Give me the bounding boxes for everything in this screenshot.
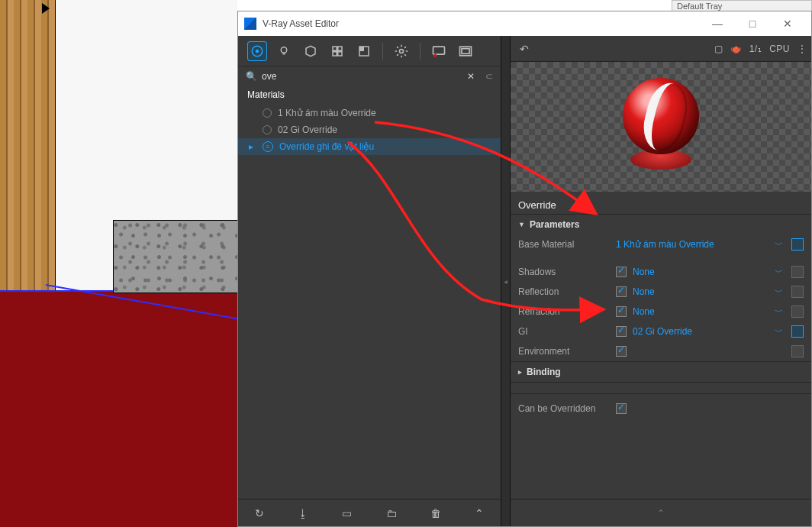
chevron-right-icon: ▸: [518, 368, 522, 376]
right-panel-title: Override: [511, 192, 811, 215]
param-label: GI: [518, 326, 610, 337]
window-close-button[interactable]: ✕: [770, 12, 805, 35]
import-icon[interactable]: ⭳: [298, 507, 308, 519]
preview-toggle-icon[interactable]: ↶: [520, 43, 529, 55]
param-gi: GI 02 Gi Override ﹀: [511, 322, 811, 341]
checkbox[interactable]: [616, 346, 627, 357]
svg-rect-5: [333, 51, 337, 55]
filter-toggle-icon[interactable]: ⊂: [485, 71, 493, 82]
override-material-icon: [263, 141, 273, 152]
checkbox[interactable]: [616, 403, 627, 414]
texture-slot-icon[interactable]: [791, 266, 804, 278]
collapse-icon[interactable]: ⌃: [475, 507, 484, 519]
material-label: 02 Gi Override: [278, 124, 337, 135]
render-device-label[interactable]: CPU: [769, 44, 790, 54]
texture-slot-icon[interactable]: [791, 345, 804, 357]
chevron-down-icon[interactable]: ﹀: [775, 239, 783, 251]
teapot-icon[interactable]: 🫖: [730, 44, 742, 54]
scene-floor: [0, 290, 237, 527]
material-preview[interactable]: [511, 62, 811, 192]
toolbar-separator: [420, 43, 420, 60]
parameters-header[interactable]: ▼ Parameters: [511, 215, 811, 234]
param-label: Reflection: [518, 286, 610, 297]
param-label: Shadows: [518, 267, 610, 277]
param-value[interactable]: None: [633, 267, 768, 277]
svg-rect-10: [433, 47, 445, 54]
more-icon[interactable]: ⋮: [798, 44, 807, 54]
material-item-selected[interactable]: ▸ Override ghi đè vật liệu: [238, 138, 501, 155]
render-ratio[interactable]: 1/₁: [749, 44, 762, 54]
svg-rect-3: [333, 47, 337, 50]
param-label: Environment: [518, 346, 610, 357]
param-can-be-overridden: Can be Overridden: [511, 393, 811, 418]
material-swatch-icon: [263, 108, 272, 118]
chevron-down-icon[interactable]: ﹀: [775, 326, 783, 338]
geometries-icon[interactable]: [301, 41, 321, 61]
texture-slot-icon[interactable]: [791, 286, 804, 298]
window-minimize-button[interactable]: —: [700, 12, 735, 35]
panel-title: Parameters: [530, 219, 579, 230]
right-panel-footer: ⌃: [511, 499, 811, 526]
chevron-down-icon[interactable]: ﹀: [775, 286, 783, 298]
param-base-material: Base Material 1 Khử ám màu Override ﹀: [511, 234, 811, 254]
parameters-panel: ▼ Parameters Base Material 1 Khử ám màu …: [511, 215, 811, 362]
materials-icon[interactable]: [247, 41, 267, 61]
chevron-down-icon[interactable]: ﹀: [775, 267, 783, 278]
chevron-down-icon[interactable]: ﹀: [775, 306, 783, 318]
texture-slot-icon[interactable]: [791, 306, 804, 318]
category-toolbar: [238, 36, 501, 66]
texture-slot-icon[interactable]: [791, 238, 804, 251]
toolbar-separator: [382, 43, 383, 60]
folder-icon[interactable]: 🗀: [386, 507, 397, 519]
param-value[interactable]: 02 Gi Override: [633, 326, 768, 337]
param-value[interactable]: None: [633, 306, 768, 317]
delete-icon[interactable]: 🗑: [430, 507, 441, 519]
search-bar: 🔍 ✕ ⊂: [238, 66, 501, 86]
sketchup-viewport[interactable]: [0, 0, 237, 527]
materials-section-header: Materials: [238, 86, 501, 105]
material-item[interactable]: 02 Gi Override: [238, 121, 501, 138]
preview-sphere: [609, 75, 713, 179]
create-icon[interactable]: ▭: [342, 507, 352, 519]
binding-header[interactable]: ▸ Binding: [511, 362, 811, 382]
textures-icon[interactable]: [354, 41, 374, 61]
lights-icon[interactable]: [274, 41, 294, 61]
param-reflection: Reflection None ﹀: [511, 282, 811, 302]
settings-icon[interactable]: [392, 41, 411, 61]
window-title: V-Ray Asset Editor: [263, 18, 339, 29]
left-panel-footer: ↻ ⭳ ▭ 🗀 🗑 ⌃: [238, 499, 501, 526]
checkbox[interactable]: [616, 306, 627, 317]
sphere-icon: [623, 78, 699, 154]
collapse-icon[interactable]: ⌃: [657, 508, 665, 519]
window-titlebar[interactable]: V-Ray Asset Editor — □ ✕: [238, 11, 811, 36]
vray-logo-icon: [244, 18, 256, 30]
checkbox[interactable]: [616, 286, 627, 297]
frame-buffer-icon[interactable]: [456, 41, 475, 61]
material-label: Override ghi đè vật liệu: [279, 141, 374, 152]
window-maximize-button[interactable]: □: [735, 12, 770, 35]
preview-toolbar: ↶ ▢ 🫖 1/₁ CPU ⋮: [511, 36, 811, 62]
vray-asset-editor-window: V-Ray Asset Editor — □ ✕: [237, 11, 812, 527]
material-item[interactable]: 1 Khử ám màu Override: [238, 105, 501, 121]
param-environment: Environment: [511, 341, 811, 361]
texture-slot-icon[interactable]: [791, 325, 804, 338]
search-input[interactable]: [262, 71, 462, 82]
svg-rect-8: [359, 47, 364, 51]
checkbox[interactable]: [616, 267, 627, 277]
param-label: Base Material: [518, 239, 610, 250]
panel-title: Binding: [527, 367, 561, 377]
binding-panel: ▸ Binding: [511, 362, 811, 383]
checkbox[interactable]: [616, 326, 627, 337]
svg-point-2: [281, 47, 287, 53]
param-label: Refraction: [518, 306, 610, 317]
param-value[interactable]: 1 Khử ám màu Override: [616, 239, 768, 250]
material-label: 1 Khử ám màu Override: [278, 108, 376, 118]
scene-wood-panel: [0, 0, 55, 306]
render-icon[interactable]: [429, 41, 449, 61]
clear-search-icon[interactable]: ✕: [467, 71, 475, 82]
param-value[interactable]: None: [633, 286, 768, 297]
collapse-strip[interactable]: ◂: [501, 36, 511, 526]
viewport-icon[interactable]: ▢: [714, 44, 723, 54]
render-elements-icon[interactable]: [327, 41, 347, 61]
reload-icon[interactable]: ↻: [255, 507, 264, 519]
